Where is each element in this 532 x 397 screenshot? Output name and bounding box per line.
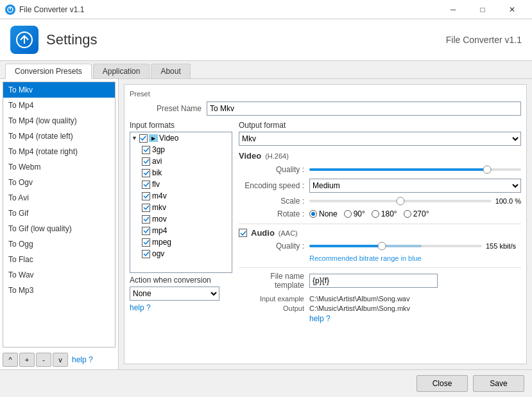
template-help-link[interactable]: help ? [309, 314, 330, 323]
preset-name-input[interactable] [207, 101, 521, 116]
move-down-button[interactable]: v [53, 353, 68, 367]
scale-label: Scale : [239, 197, 309, 206]
audio-header: Audio (AAC) [239, 228, 521, 238]
audio-quality-track[interactable] [309, 245, 482, 247]
action-help-link[interactable]: help ? [130, 303, 232, 312]
tree-node-mp4[interactable]: mp4 [130, 225, 232, 236]
rotate-90-radio[interactable] [344, 210, 352, 218]
main-window: Settings File Converter v1.1 Conversion … [0, 19, 532, 397]
preset-name-row: Preset Name [130, 101, 521, 116]
template-row: File name template [239, 272, 521, 290]
file-template-section: File name template Input example C:\Musi… [239, 272, 521, 323]
checkbox-avi[interactable] [142, 157, 150, 166]
audio-quality-slider-container: 155 kbit/s [309, 242, 521, 250]
video-section: Video (H.264) Quality : [239, 151, 521, 218]
settings-panel: Preset Preset Name Input formats ▼ [124, 84, 527, 364]
rotate-180-radio[interactable] [372, 210, 379, 218]
tree-node-ogv[interactable]: ogv [130, 248, 232, 260]
audio-title: Audio [251, 228, 275, 238]
presets-panel: To Mkv To Mp4 To Mp4 (low quality) To Mp… [0, 79, 119, 369]
tree-node-bik[interactable]: bik [130, 167, 232, 179]
audio-enabled-checkbox[interactable] [239, 229, 247, 237]
close-window-button[interactable]: ✕ [497, 0, 527, 19]
audio-quality-thumb[interactable] [377, 242, 386, 251]
add-preset-button[interactable]: + [19, 353, 35, 367]
preset-item-to-wav[interactable]: To Wav [3, 267, 115, 283]
encoding-speed-select[interactable]: Very slow Slower Slow Medium Fast Faster… [309, 179, 521, 193]
tab-conversion-presets[interactable]: Conversion Presets [5, 64, 92, 79]
tab-about[interactable]: About [151, 64, 190, 78]
scale-thumb[interactable] [396, 197, 404, 206]
preset-item-to-flac[interactable]: To Flac [3, 252, 115, 267]
action-select[interactable]: None Open folder Open file [130, 287, 219, 301]
audio-quality-label: Quality : [239, 242, 309, 251]
tree-checkbox-video[interactable] [139, 134, 148, 143]
checkbox-mkv[interactable] [142, 204, 150, 212]
video-quality-track[interactable] [309, 168, 521, 171]
output-value: C:\Music\Artist\Album\Song.mkv [309, 304, 410, 312]
checkbox-ogv[interactable] [142, 250, 150, 258]
rotate-options: None 90° 180° [309, 209, 521, 218]
label-avi: avi [152, 157, 162, 166]
output-format-select[interactable]: Mkv Mp4 Avi Webm Ogv [239, 132, 521, 146]
header: Settings File Converter v1.1 [0, 19, 532, 61]
scale-row: Scale : 100.0 % [239, 197, 521, 206]
rotate-270-radio[interactable] [404, 210, 411, 218]
video-quality-thumb[interactable] [483, 166, 492, 174]
rotate-180[interactable]: 180° [372, 209, 397, 218]
tree-node-mpeg[interactable]: mpeg [130, 236, 232, 248]
preset-item-to-mkv[interactable]: To Mkv [3, 82, 115, 98]
audio-section: Audio (AAC) Quality : [239, 228, 521, 262]
video-codec-label: (H.264) [265, 152, 289, 160]
label-3gp: 3gp [152, 145, 165, 154]
checkbox-m4v[interactable] [142, 192, 150, 200]
header-title: Settings [46, 31, 98, 48]
preset-item-to-gif[interactable]: To Gif [3, 206, 115, 221]
scale-slider-container: 100.0 % [309, 197, 521, 205]
divider2 [239, 267, 521, 268]
audio-quality-fill [309, 245, 382, 247]
checkbox-mov[interactable] [142, 215, 150, 224]
tree-node-flv[interactable]: flv [130, 179, 232, 190]
scale-track[interactable] [309, 200, 492, 202]
preset-item-to-ogv[interactable]: To Ogv [3, 175, 115, 190]
preset-item-to-mp3[interactable]: To Mp3 [3, 283, 115, 298]
rotate-none[interactable]: None [309, 209, 338, 218]
titlebar: File Converter v1.1 ─ □ ✕ [0, 0, 532, 19]
presets-help-link[interactable]: help ? [72, 355, 93, 364]
tree-node-mkv[interactable]: mkv [130, 202, 232, 213]
preset-item-to-mp4[interactable]: To Mp4 [3, 98, 115, 113]
checkbox-bik[interactable] [142, 169, 150, 177]
preset-item-to-mp4-rotate-left[interactable]: To Mp4 (rotate left) [3, 128, 115, 144]
preset-item-to-ogg[interactable]: To Ogg [3, 236, 115, 252]
tree-node-m4v[interactable]: m4v [130, 190, 232, 202]
rotate-90[interactable]: 90° [344, 209, 365, 218]
tree-node-video-root[interactable]: ▼ ▶ Video [130, 132, 232, 144]
close-button[interactable]: Close [416, 375, 468, 392]
preset-item-to-mp4-rotate-right[interactable]: To Mp4 (rotate right) [3, 144, 115, 159]
tree-node-mov[interactable]: mov [130, 213, 232, 225]
checkbox-flv[interactable] [142, 181, 150, 189]
rotate-270[interactable]: 270° [404, 209, 429, 218]
minimize-button[interactable]: ─ [438, 0, 468, 19]
tree-node-avi[interactable]: avi [130, 155, 232, 167]
tree-node-3gp[interactable]: 3gp [130, 144, 232, 155]
remove-preset-button[interactable]: - [36, 353, 51, 367]
preset-item-to-mp4-low[interactable]: To Mp4 (low quality) [3, 113, 115, 128]
tab-application[interactable]: Application [93, 64, 150, 78]
checkbox-3gp[interactable] [142, 146, 150, 154]
label-ogv: ogv [152, 249, 164, 258]
checkbox-mpeg[interactable] [142, 238, 150, 247]
save-button[interactable]: Save [473, 375, 524, 392]
template-input[interactable] [309, 274, 438, 288]
move-up-button[interactable]: ^ [3, 353, 18, 367]
preset-item-to-webm[interactable]: To Webm [3, 159, 115, 175]
preset-item-to-avi[interactable]: To Avi [3, 190, 115, 206]
output-row: Output C:\Music\Artist\Album\Song.mkv [239, 304, 521, 312]
checkbox-mp4[interactable] [142, 227, 150, 235]
maximize-button[interactable]: □ [468, 0, 497, 19]
output-format-label: Output format [239, 121, 521, 130]
rotate-none-radio[interactable] [309, 210, 317, 218]
header-left: Settings [10, 26, 98, 54]
preset-item-to-gif-low[interactable]: To Gif (low quality) [3, 221, 115, 236]
